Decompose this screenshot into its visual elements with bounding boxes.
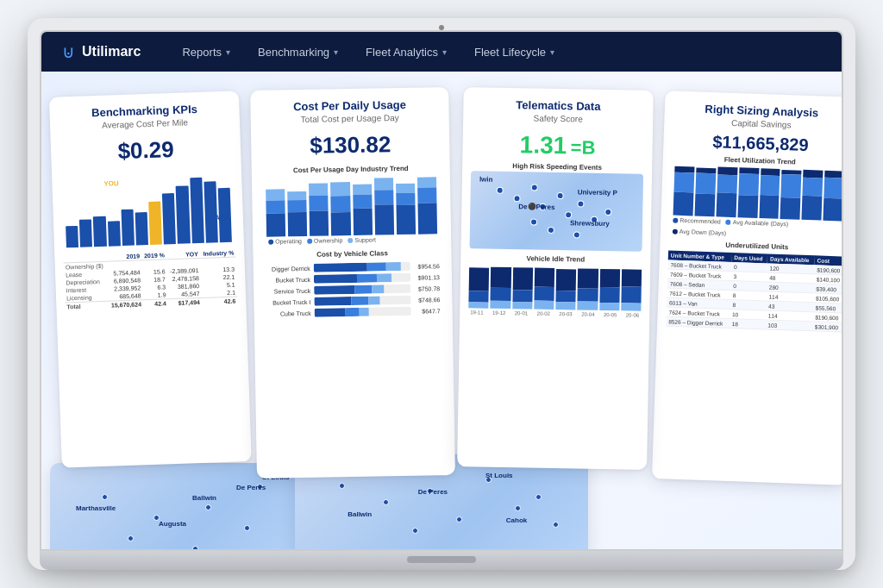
telematics-card: Telematics Data Safety Score 1.31 =B Hig… [457, 87, 654, 470]
benchmarking-table: 2019 2019 % YOY Industry % Ownership ($) [63, 249, 237, 311]
nav-item-fleet-lifecycle[interactable]: Fleet Lifecycle ▾ [474, 46, 554, 59]
legend-label: Recommended [679, 217, 721, 225]
vbar-value: $748.66 [414, 297, 440, 303]
idle-bar [491, 266, 511, 309]
cell: 42.4 [143, 299, 168, 309]
idle-label: Vehicle Idle Trend [469, 253, 642, 264]
map-point [339, 483, 345, 489]
map-point [383, 499, 389, 505]
benchmarking-chart: YOU AVG [60, 165, 235, 248]
map-point [244, 525, 250, 531]
bar [107, 221, 120, 247]
map-point [604, 208, 611, 215]
map-point [412, 528, 418, 534]
vehicle-label: Bucket Truck [266, 276, 310, 283]
map-point [577, 200, 584, 207]
util-bar [759, 166, 780, 219]
nav-benchmarking-label: Benchmarking [258, 46, 329, 59]
safety-score-number: 1.31 [520, 131, 567, 159]
logo-icon: ⊍ [62, 41, 75, 62]
idle-bar [599, 267, 620, 310]
vbar-row: Cube Truck $647.7 [266, 306, 441, 318]
map-point [548, 227, 554, 234]
cost-title: Cost Per Daily Usage [262, 97, 436, 114]
map-city-label: lwin [479, 175, 493, 183]
idle-month: 20-01 [515, 310, 528, 316]
idle-bar [512, 266, 533, 309]
cost-value: $130.82 [251, 127, 450, 164]
map-point [497, 187, 504, 194]
vbar-row: Bucket Truck $901.13 [266, 272, 440, 285]
map-point [128, 535, 134, 541]
nav-item-benchmarking[interactable]: Benchmarking ▾ [258, 46, 338, 59]
logo-text: Utilimarc [82, 44, 141, 59]
util-bar [716, 165, 737, 217]
nav-item-fleet-analytics[interactable]: Fleet Analytics ▾ [366, 46, 447, 59]
util-bar [737, 166, 759, 218]
legend-item: Support [348, 237, 376, 244]
bar-group [396, 174, 416, 235]
legend-item: Operating [268, 238, 302, 245]
vehicle-label: Digger Derrick [266, 265, 310, 272]
map-point [535, 494, 542, 500]
legend-dot [673, 228, 678, 234]
bar [162, 193, 176, 244]
map-city-label: De⚫Peres [518, 203, 554, 211]
safety-score-display: 1.31 =B [462, 127, 653, 161]
bar-group [309, 175, 329, 235]
idle-month: 20-02 [537, 311, 550, 316]
legend-item-recommended: Recommended [673, 217, 721, 225]
laptop-shell: ⊍ Utilimarc Reports ▾ Benchmarking ▾ Fle… [28, 18, 855, 570]
cost-trend-chart [264, 173, 439, 237]
vbar-track [315, 307, 411, 317]
bar-group [266, 176, 285, 236]
vbar-value: $750.78 [414, 285, 440, 292]
vehicle-label: Service Truck [266, 287, 310, 294]
vbar-row: Bucket Truck I $748.66 [266, 295, 440, 307]
cell: Total [65, 301, 108, 310]
map-point [573, 231, 580, 238]
vbar-track [314, 296, 410, 306]
legend-label: Avg Available (Days) [733, 219, 789, 227]
bar [135, 212, 148, 245]
vehicle-label: Bucket Truck I [266, 298, 310, 305]
idle-trend-chart [468, 265, 642, 310]
legend-label: Ownership [314, 237, 343, 244]
map-point [515, 505, 521, 511]
idle-bar [468, 265, 489, 308]
map-city: De Peres [418, 488, 448, 496]
bar [79, 219, 92, 247]
map-point [456, 516, 462, 522]
rightsizing-card: Right Sizing Analysis Capital Savings $1… [652, 91, 842, 485]
logo-area: ⊍ Utilimarc [62, 41, 141, 62]
idle-bar [555, 266, 576, 310]
cost-subtitle: Total Cost per Usage Day [263, 112, 437, 125]
util-bar [780, 167, 802, 220]
idle-month: 20-05 [604, 312, 617, 317]
laptop-base [40, 551, 843, 570]
bar [121, 210, 135, 246]
laptop-screen: ⊍ Utilimarc Reports ▾ Benchmarking ▾ Fle… [40, 30, 843, 551]
vehicle-label: Cube Truck [266, 310, 311, 316]
map-city-label: Shrewsbury [570, 219, 610, 228]
map-city: Marthasville [76, 504, 116, 512]
legend-item: Ownership [307, 237, 343, 244]
vbar-row: Digger Derrick $954.56 [266, 261, 440, 273]
nav-item-reports[interactable]: Reports ▾ [182, 46, 230, 59]
map-city: Augusta [159, 520, 186, 528]
vbar-value: $647.7 [415, 308, 441, 315]
cell: 15,670,624 [108, 300, 143, 310]
bar-group [352, 175, 372, 235]
bar [66, 226, 78, 248]
benchmarking-card: Benchmarking KPIs Average Cost Per Mile … [49, 91, 252, 467]
idle-month: 20-04 [581, 312, 594, 317]
map-point [513, 195, 520, 202]
nav-fleet-lifecycle-label: Fleet Lifecycle [474, 46, 546, 59]
bar-group [374, 174, 394, 235]
idle-month: 19-12 [492, 310, 505, 316]
telematics-subtitle: Safety Score [475, 112, 641, 124]
idle-month: 20-06 [626, 312, 639, 317]
utilization-chart [670, 164, 842, 222]
days-used: 18 [730, 318, 766, 328]
legend-item-available: Avg Available (Days) [726, 219, 789, 228]
